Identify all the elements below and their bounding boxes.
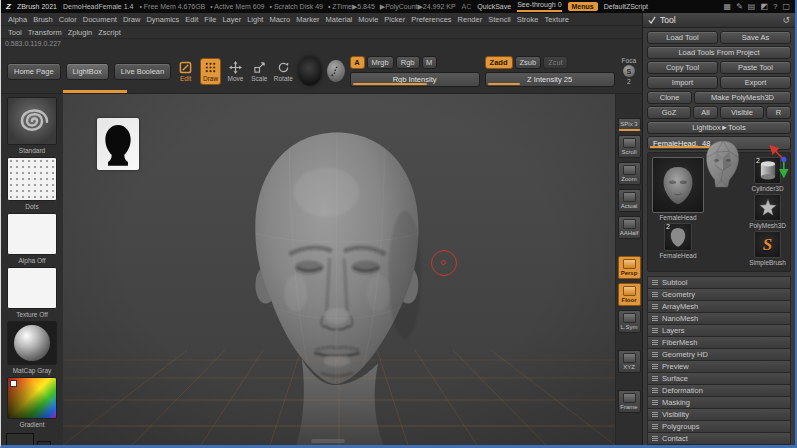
menu-item[interactable]: Stencil <box>485 15 514 24</box>
r-button[interactable]: R <box>766 106 791 119</box>
spix-slider[interactable]: SPix 3 <box>618 118 641 131</box>
zadd-button[interactable]: Zadd <box>485 56 513 69</box>
move-button[interactable]: Move <box>226 59 245 84</box>
menu-item[interactable]: Draw <box>120 15 144 24</box>
quicksave-button[interactable]: QuickSave <box>477 3 511 10</box>
all-button[interactable]: All <box>693 106 718 119</box>
window-icon[interactable]: ▢ <box>782 2 790 11</box>
main-color-swatch[interactable] <box>6 433 34 445</box>
subpalette-header[interactable]: Layers <box>647 324 791 336</box>
menu-item[interactable]: Transform <box>25 28 65 37</box>
local-symmetry-button[interactable]: L.Sym <box>618 310 641 333</box>
alpha-silhouette-preview[interactable] <box>97 118 139 170</box>
menu-item[interactable]: Movie <box>355 15 381 24</box>
grid-icon[interactable]: ▦ <box>724 2 732 11</box>
subpalette-header[interactable]: Masking <box>647 396 791 408</box>
export-button[interactable]: Export <box>720 76 791 89</box>
zcut-button[interactable]: Zcut <box>543 56 568 69</box>
menu-item[interactable]: Marker <box>293 15 322 24</box>
mrgb-button[interactable]: Mrgb <box>367 56 394 69</box>
subpalette-header[interactable]: Deformation <box>647 384 791 396</box>
menu-item[interactable]: Alpha <box>5 15 30 24</box>
menu-item[interactable]: Zplugin <box>65 28 96 37</box>
z-intensity-slider[interactable]: Z Intensity 25 <box>485 72 615 87</box>
restore-configuration-icon[interactable]: ↺ <box>782 16 790 25</box>
pen-icon[interactable]: ✎ <box>736 2 743 11</box>
scale-button[interactable]: Scale <box>250 59 269 84</box>
subpalette-header[interactable]: Geometry HD <box>647 348 791 360</box>
frame-button[interactable]: Frame <box>618 390 641 413</box>
stroke-type-preview[interactable] <box>327 60 345 82</box>
stroke-thumbnail[interactable] <box>7 157 57 201</box>
focal-shift-control[interactable]: Foca S 2 <box>622 57 636 85</box>
edit-button[interactable]: Edit <box>176 59 195 84</box>
help-icon[interactable]: ? <box>773 2 777 11</box>
copy-tool-button[interactable]: Copy Tool <box>647 61 718 74</box>
xyz-button[interactable]: XYZ <box>618 350 641 373</box>
aahalf-button[interactable]: AAHalf <box>618 216 641 239</box>
subpalette-header[interactable]: Contact <box>647 432 791 444</box>
menu-item[interactable]: Material <box>323 15 356 24</box>
menu-item[interactable]: Preferences <box>408 15 454 24</box>
persp-button[interactable]: Persp <box>618 256 641 279</box>
menu-item[interactable]: Stroke <box>514 15 542 24</box>
menus-button[interactable]: Menus <box>568 2 598 11</box>
subpalette-header[interactable]: Visibility <box>647 408 791 420</box>
menu-item[interactable]: Macro <box>266 15 293 24</box>
floor-button[interactable]: Floor <box>618 283 641 306</box>
clone-button[interactable]: Clone <box>647 91 692 104</box>
tool-thumbnail-femalehead-active[interactable] <box>652 157 704 213</box>
subpalette-header[interactable]: Morph Target <box>647 444 791 448</box>
menu-item[interactable]: Zscript <box>95 28 124 37</box>
menu-item[interactable]: Dynamics <box>143 15 182 24</box>
zsub-button[interactable]: Zsub <box>515 56 542 69</box>
import-button[interactable]: Import <box>647 76 718 89</box>
rotate-button[interactable]: Rotate <box>274 59 293 84</box>
paste-tool-button[interactable]: Paste Tool <box>720 61 791 74</box>
document-canvas[interactable] <box>63 94 615 445</box>
subpalette-header[interactable]: Geometry <box>647 288 791 300</box>
tool-thumbnail-simplebrush[interactable]: S <box>754 231 781 258</box>
subpalette-header[interactable]: Subtool <box>647 276 791 288</box>
rgb-intensity-slider[interactable]: Rgb Intensity <box>350 72 480 87</box>
alpha-thumbnail[interactable] <box>7 213 57 255</box>
canvas-scrollbar[interactable] <box>311 439 345 443</box>
menu-item[interactable]: File <box>201 15 219 24</box>
doc-icon[interactable]: ▤ <box>748 2 756 11</box>
make-polymesh3d-button[interactable]: Make PolyMesh3D <box>694 91 791 104</box>
load-tools-from-project-button[interactable]: Load Tools From Project <box>647 46 791 59</box>
default-zscript-button[interactable]: DefaultZScript <box>604 3 648 10</box>
subpalette-header[interactable]: FiberMesh <box>647 336 791 348</box>
subpalette-header[interactable]: Preview <box>647 360 791 372</box>
menu-item[interactable]: Document <box>80 15 120 24</box>
menu-item[interactable]: Edit <box>182 15 201 24</box>
menu-item[interactable]: Light <box>244 15 266 24</box>
a-button[interactable]: A <box>350 56 365 69</box>
lightbox-button[interactable]: LightBox <box>66 63 109 80</box>
menu-item[interactable]: Picker <box>381 15 408 24</box>
brush-preview[interactable] <box>298 56 322 86</box>
menu-item[interactable]: Layer <box>219 15 244 24</box>
m-button[interactable]: M <box>422 56 437 69</box>
home-page-button[interactable]: Home Page <box>7 63 61 80</box>
tool-thumbnail-polymesh3d[interactable] <box>754 194 781 221</box>
scroll-button[interactable]: Scroll <box>618 135 641 158</box>
color-picker[interactable] <box>7 377 57 419</box>
secondary-color-swatch[interactable] <box>37 441 51 445</box>
tool-thumbnail-femalehead-2[interactable]: 2 <box>664 223 692 251</box>
subpalette-header[interactable]: Polygroups <box>647 420 791 432</box>
tool-palette-header[interactable]: Tool ↺ <box>643 13 795 28</box>
actual-size-button[interactable]: Actual <box>618 189 641 212</box>
see-through-slider[interactable]: See-through 0 <box>517 1 561 12</box>
rgb-button[interactable]: Rgb <box>396 56 420 69</box>
zoom-button[interactable]: Zoom <box>618 162 641 185</box>
subpalette-header[interactable]: ArrayMesh <box>647 300 791 312</box>
load-tool-button[interactable]: Load Tool <box>647 31 718 44</box>
draw-button[interactable]: Draw <box>200 58 221 85</box>
save-as-button[interactable]: Save As <box>720 31 791 44</box>
menu-item[interactable]: Color <box>56 15 80 24</box>
texture-thumbnail[interactable] <box>7 267 57 309</box>
menu-item[interactable]: Brush <box>30 15 56 24</box>
brush-thumbnail[interactable] <box>7 97 57 145</box>
live-boolean-button[interactable]: Live Boolean <box>114 63 171 80</box>
